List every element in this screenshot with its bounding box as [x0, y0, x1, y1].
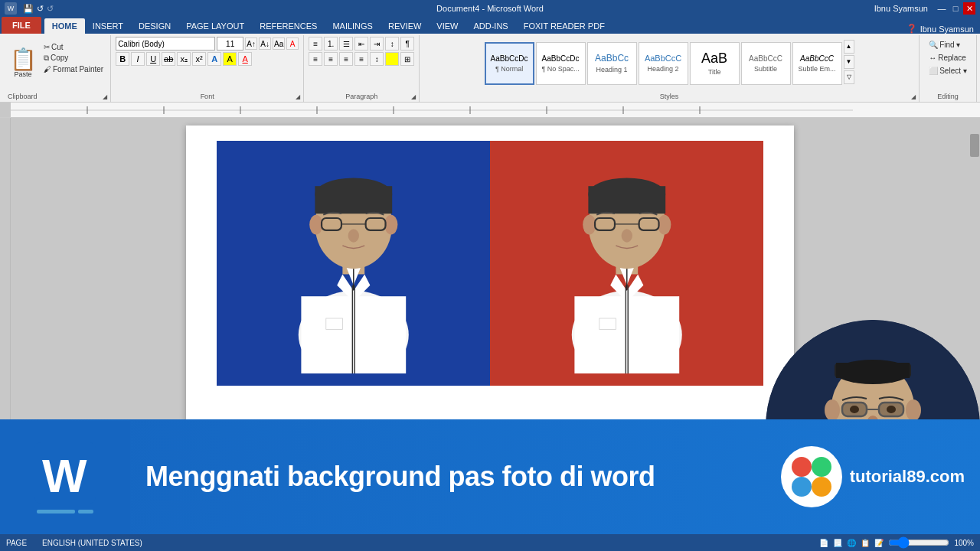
text-highlight-button[interactable]: A: [223, 52, 237, 66]
editing-group: 🔍 Find ▾ ↔ Replace ⬜ Select ▾ Editing: [920, 35, 977, 102]
decrease-indent-button[interactable]: ⇤: [354, 37, 368, 51]
bold-button[interactable]: B: [116, 52, 129, 66]
svg-point-66: [850, 406, 859, 413]
style-heading1[interactable]: AaBbCc Heading 1: [587, 42, 637, 85]
word-logo-lines: [37, 510, 93, 514]
minimize-button[interactable]: ―: [936, 2, 948, 15]
line-spacing-button[interactable]: ↕: [370, 52, 384, 66]
format-painter-button[interactable]: 🖌 Format Painter: [41, 64, 106, 74]
align-left-button[interactable]: ≡: [309, 52, 322, 66]
ribbon-user-area: ❓ Ibnu Syamsun: [906, 24, 980, 34]
user-display: Ibnu Syamsun: [920, 24, 974, 34]
titlebar-controls: Ibnu Syamsun ― □ ✕: [874, 2, 975, 15]
tab-review[interactable]: REVIEW: [381, 18, 429, 34]
find-button[interactable]: 🔍 Find ▾: [926, 40, 962, 50]
font-name-input[interactable]: [116, 37, 215, 51]
tab-home[interactable]: HOME: [44, 18, 85, 34]
close-button[interactable]: ✕: [963, 2, 975, 15]
tab-foxit[interactable]: FOXIT READER PDF: [516, 18, 612, 34]
font-shrink-button[interactable]: A↓: [259, 37, 271, 50]
font-grow-button[interactable]: A↑: [245, 37, 257, 50]
svg-text:W: W: [42, 449, 87, 502]
italic-button[interactable]: I: [131, 52, 145, 66]
tab-add-ins[interactable]: ADD-INS: [466, 18, 515, 34]
style-subtle-em[interactable]: AaBbCcC Subtle Em...: [792, 42, 842, 85]
tab-references[interactable]: REFERENCES: [252, 18, 325, 34]
font-expand-icon[interactable]: ◢: [296, 93, 300, 100]
paragraph-expand-icon[interactable]: ◢: [411, 93, 416, 100]
ribbon-tabs: FILE HOME INSERT DESIGN PAGE LAYOUT REFE…: [0, 17, 980, 34]
superscript-button[interactable]: x²: [192, 52, 206, 66]
select-button[interactable]: ⬜ Select ▾: [926, 66, 969, 76]
view-icon-draft[interactable]: 📝: [874, 539, 884, 547]
align-right-button[interactable]: ≡: [339, 52, 353, 66]
tab-design[interactable]: DESIGN: [131, 18, 178, 34]
styles-scroll-up-button[interactable]: ▲: [844, 40, 854, 54]
style-title[interactable]: AaB Title: [690, 42, 740, 85]
style-heading2-sample: AaBbCcC: [645, 54, 681, 64]
numbering-button[interactable]: 1.: [324, 37, 338, 51]
copy-icon: ⧉: [44, 54, 49, 63]
style-subtitle-label: Subtitle: [754, 65, 777, 73]
style-subtitle[interactable]: AaBbCcC Subtitle: [741, 42, 791, 85]
justify-button[interactable]: ≡: [354, 52, 368, 66]
multilevel-list-button[interactable]: ☰: [339, 37, 353, 51]
view-icon-print[interactable]: 📄: [819, 539, 828, 547]
tab-insert[interactable]: INSERT: [85, 18, 131, 34]
text-effects-button[interactable]: A: [207, 52, 221, 66]
cut-icon: ✂: [44, 43, 50, 51]
font-selector-row: A↑ A↓ Aa A: [116, 37, 299, 51]
tutorial-site-area: tutorial89.com: [766, 446, 980, 507]
shading-button[interactable]: [385, 52, 399, 66]
replace-button[interactable]: ↔ Replace: [926, 53, 969, 63]
view-icon-web[interactable]: 🌐: [847, 539, 856, 547]
change-case-button[interactable]: Aa: [273, 37, 285, 50]
document-title: Document4 - Microsoft Word: [436, 4, 544, 13]
bullets-button[interactable]: ≡: [309, 37, 322, 51]
scrollbar-thumb[interactable]: [970, 134, 979, 157]
font-label: Font: [201, 93, 214, 100]
cut-button[interactable]: ✂ Cut: [41, 42, 106, 52]
style-heading1-label: Heading 1: [596, 66, 628, 73]
strikethrough-button[interactable]: ab: [162, 52, 175, 66]
restore-button[interactable]: □: [949, 2, 962, 15]
style-no-spacing[interactable]: AaBbCcDc ¶ No Spac...: [536, 42, 586, 85]
sort-button[interactable]: ↕: [385, 37, 399, 51]
zoom-slider[interactable]: [888, 536, 949, 549]
tab-view[interactable]: VIEW: [429, 18, 466, 34]
view-icon-full[interactable]: 📃: [833, 539, 842, 547]
styles-expand-icon[interactable]: ◢: [911, 93, 916, 100]
ribbon-content: 📋 Paste ✂ Cut ⧉ Copy 🖌 Format Painter Cl…: [0, 34, 980, 103]
view-icon-outline[interactable]: 📋: [861, 539, 870, 547]
paragraph-group: ≡ 1. ☰ ⇤ ⇥ ↕ ¶ ≡ ≡ ≡ ≡ ↕ ⊞ Paragraph ◢: [304, 35, 420, 102]
style-no-spacing-sample: AaBbCcDc: [542, 54, 580, 64]
style-normal[interactable]: AaBbCcDc ¶ Normal: [485, 42, 534, 85]
ruler-main: [11, 103, 980, 117]
align-center-button[interactable]: ≡: [324, 52, 338, 66]
styles-expand-button[interactable]: ▽: [844, 70, 854, 84]
increase-indent-button[interactable]: ⇥: [370, 37, 384, 51]
svg-point-50: [812, 457, 831, 477]
editing-label: Editing: [937, 93, 959, 100]
clear-formatting-button[interactable]: A: [286, 37, 299, 50]
tab-file[interactable]: FILE: [2, 17, 41, 34]
tutorial-site-name: tutorial89.com: [850, 467, 965, 487]
show-formatting-button[interactable]: ¶: [400, 37, 414, 51]
titlebar: W 💾 ↺ ↺ Document4 - Microsoft Word Ibnu …: [0, 0, 980, 17]
style-heading2[interactable]: AaBbCcC Heading 2: [639, 42, 688, 85]
underline-button[interactable]: U: [146, 52, 160, 66]
tab-mailings[interactable]: MAILINGS: [325, 18, 381, 34]
styles-scroll-down-button[interactable]: ▼: [844, 55, 854, 69]
tab-page-layout[interactable]: PAGE LAYOUT: [178, 18, 252, 34]
paste-button[interactable]: 📋 Paste: [8, 47, 38, 80]
font-color-button[interactable]: A: [238, 52, 252, 66]
style-heading1-sample: AaBbCc: [595, 53, 629, 64]
svg-point-51: [792, 477, 812, 497]
clipboard-expand-icon[interactable]: ◢: [103, 93, 107, 100]
copy-button[interactable]: ⧉ Copy: [41, 53, 106, 64]
borders-button[interactable]: ⊞: [400, 52, 414, 66]
subscript-button[interactable]: x₂: [177, 52, 191, 66]
statusbar: PAGE ENGLISH (UNITED STATES) 📄 📃 🌐 📋 📝 1…: [0, 534, 980, 551]
font-size-input[interactable]: [217, 37, 243, 51]
formatting-row: B I U ab x₂ x² A A A: [116, 52, 252, 66]
